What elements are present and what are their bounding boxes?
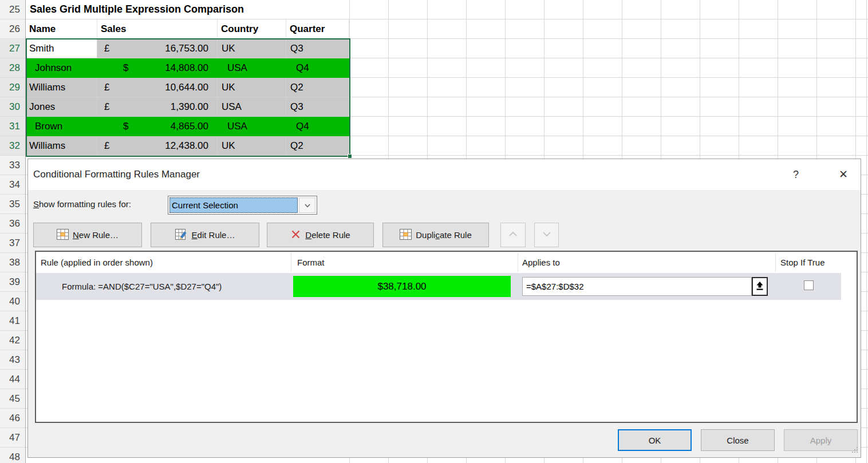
- cell-sales[interactable]: £16,753.00: [97, 39, 218, 58]
- row-header-25[interactable]: 25: [0, 0, 25, 19]
- row-header-28[interactable]: 28: [0, 58, 25, 78]
- row-header-33[interactable]: 33: [0, 156, 25, 175]
- ok-button[interactable]: OK: [618, 429, 692, 451]
- move-rule-up-button[interactable]: [500, 223, 526, 247]
- column-header-rule: Rule (applied in order shown): [41, 252, 153, 273]
- cell-country[interactable]: USA: [218, 97, 286, 117]
- cell-quarter[interactable]: Q2: [286, 136, 349, 156]
- amount-value: 4,865.00: [171, 121, 208, 132]
- row-header-44[interactable]: 44: [0, 370, 25, 389]
- cell-name[interactable]: Smith: [26, 39, 97, 58]
- new-rule-button[interactable]: New Rule…: [33, 223, 142, 247]
- row-header-37[interactable]: 37: [0, 234, 25, 253]
- stop-if-true-checkbox[interactable]: [804, 280, 814, 290]
- column-header-format: Format: [297, 252, 325, 273]
- column-separator: [775, 253, 776, 272]
- row-header-48[interactable]: 48: [0, 448, 25, 463]
- header-cell-sales[interactable]: Sales: [97, 19, 218, 39]
- row-header-strip: 2526272829303132333435363738394041424344…: [0, 0, 26, 463]
- currency-symbol: £: [104, 43, 109, 54]
- row-header-47[interactable]: 47: [0, 428, 25, 448]
- cell-sales[interactable]: £1,390.00: [97, 97, 218, 117]
- row-header-31[interactable]: 31: [0, 117, 25, 136]
- row-header-45[interactable]: 45: [0, 389, 25, 409]
- row-header-29[interactable]: 29: [0, 78, 25, 97]
- cell-country[interactable]: USA: [218, 117, 286, 136]
- cell-sales[interactable]: $14,808.00: [97, 58, 218, 78]
- fill-handle[interactable]: [348, 154, 352, 159]
- cell-quarter[interactable]: Q4: [286, 58, 349, 78]
- row-header-40[interactable]: 40: [0, 292, 25, 311]
- currency-symbol: $: [123, 62, 128, 74]
- row-header-46[interactable]: 46: [0, 409, 25, 428]
- collapse-dialog-button[interactable]: [752, 277, 768, 296]
- row-header-27[interactable]: 27: [0, 39, 25, 58]
- cell-sales[interactable]: £10,644.00: [97, 78, 218, 97]
- excel-screen: 2526272829303132333435363738394041424344…: [0, 0, 868, 463]
- new-rule-label: New Rule…: [73, 230, 119, 240]
- new-rule-icon: [57, 229, 69, 242]
- rules-list: Rule (applied in order shown) Format App…: [35, 251, 858, 423]
- cell-quarter[interactable]: Q4: [286, 117, 349, 136]
- dialog-titlebar[interactable]: Conditional Formatting Rules Manager ? ✕: [28, 159, 861, 190]
- row-header-30[interactable]: 30: [0, 97, 25, 117]
- chevron-up-icon: [508, 230, 518, 240]
- row-header-43[interactable]: 43: [0, 350, 25, 370]
- show-rules-label: Show formatting rules for:: [33, 199, 131, 209]
- sheet-title-row: Sales Grid Multiple Expression Compariso…: [26, 0, 349, 19]
- applies-to-input[interactable]: [522, 277, 752, 296]
- sheet-row-30: Jones£1,390.00USAQ3: [26, 97, 349, 117]
- row-header-35[interactable]: 35: [0, 195, 25, 214]
- delete-rule-button[interactable]: Delete Rule: [267, 223, 374, 247]
- duplicate-rule-button[interactable]: Duplicate Rule: [382, 223, 489, 247]
- row-header-42[interactable]: 42: [0, 331, 25, 350]
- cell-quarter[interactable]: Q3: [286, 97, 349, 117]
- row-header-38[interactable]: 38: [0, 253, 25, 272]
- currency-symbol: £: [104, 82, 109, 93]
- amount-value: 16,753.00: [165, 43, 208, 54]
- row-header-41[interactable]: 41: [0, 311, 25, 331]
- cell-quarter[interactable]: Q2: [286, 78, 349, 97]
- close-button[interactable]: Close: [701, 429, 775, 451]
- cell-sales[interactable]: $4,865.00: [97, 117, 218, 136]
- rule-row[interactable]: Formula: =AND($C27="USA",$D27="Q4") $38,…: [36, 273, 841, 300]
- help-icon[interactable]: ?: [787, 159, 804, 190]
- scope-dropdown[interactable]: Current Selection: [168, 196, 317, 215]
- amount-value: 10,644.00: [165, 82, 208, 93]
- header-cell-name[interactable]: Name: [26, 19, 97, 39]
- row-header-34[interactable]: 34: [0, 175, 25, 195]
- cell-name[interactable]: Williams: [26, 78, 97, 97]
- dialog-title: Conditional Formatting Rules Manager: [33, 159, 200, 190]
- sheet-row-27: Smith£16,753.00UKQ3: [26, 39, 349, 58]
- cell-sales[interactable]: £12,438.00: [97, 136, 218, 156]
- cell-name[interactable]: Williams: [26, 136, 97, 156]
- cell-name[interactable]: Brown: [26, 117, 97, 136]
- currency-symbol: £: [104, 140, 109, 152]
- cell-country[interactable]: UK: [218, 78, 286, 97]
- cell-name[interactable]: Johnson: [26, 58, 97, 78]
- delete-rule-icon: [290, 229, 301, 242]
- row-header-32[interactable]: 32: [0, 136, 25, 156]
- row-header-26[interactable]: 26: [0, 19, 25, 39]
- currency-symbol: £: [104, 101, 109, 113]
- header-cell-country[interactable]: Country: [218, 19, 286, 39]
- move-rule-down-button[interactable]: [534, 223, 559, 247]
- row-header-39[interactable]: 39: [0, 272, 25, 292]
- row-header-36[interactable]: 36: [0, 214, 25, 234]
- cell-name[interactable]: Jones: [26, 97, 97, 117]
- cell-country[interactable]: UK: [218, 136, 286, 156]
- close-icon[interactable]: ✕: [832, 159, 855, 190]
- cf-rules-manager-dialog: Conditional Formatting Rules Manager ? ✕…: [27, 159, 861, 458]
- chevron-down-icon[interactable]: [299, 197, 315, 213]
- collapse-dialog-icon: [755, 281, 764, 292]
- cell-country[interactable]: USA: [218, 58, 286, 78]
- edit-rule-button[interactable]: Edit Rule…: [151, 223, 259, 247]
- cell-country[interactable]: UK: [218, 39, 286, 58]
- header-cell-quarter[interactable]: Quarter: [286, 19, 349, 39]
- sheet-title-cell[interactable]: Sales Grid Multiple Expression Compariso…: [26, 3, 244, 15]
- cell-quarter[interactable]: Q3: [286, 39, 349, 58]
- apply-button[interactable]: Apply: [784, 429, 858, 451]
- amount-value: 12,438.00: [165, 140, 208, 152]
- duplicate-rule-icon: [400, 229, 412, 242]
- resize-grip[interactable]: [851, 445, 858, 455]
